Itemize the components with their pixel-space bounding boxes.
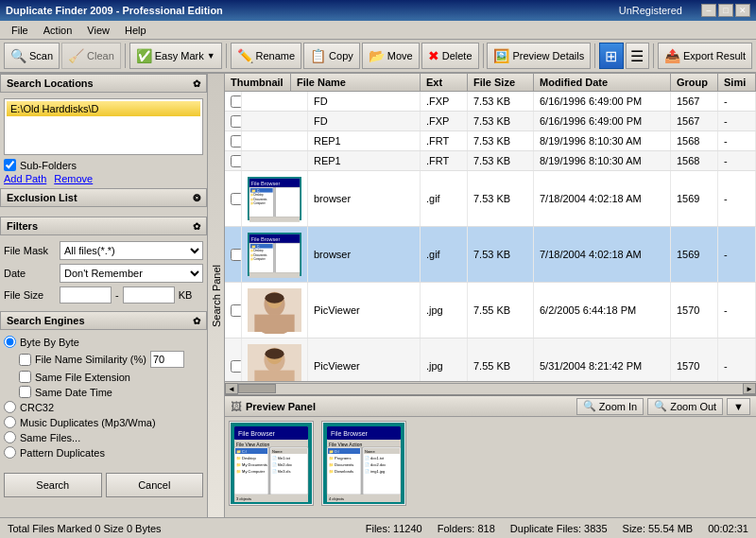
file-size-from[interactable] — [60, 286, 112, 304]
row-thumb-cell — [242, 92, 308, 111]
app-title: Duplicate Finder 2009 - Professional Edi… — [6, 5, 223, 16]
same-files-radio[interactable] — [4, 431, 16, 443]
table-row[interactable]: REP1 .FRT 7.53 KB 8/19/1996 8:10:30 AM 1… — [225, 131, 756, 151]
th-filename[interactable]: File Name — [291, 74, 421, 91]
row-size-cell: 7.53 KB — [468, 131, 534, 150]
scan-button[interactable]: 🔍 Scan — [4, 43, 60, 69]
menu-action[interactable]: Action — [36, 23, 80, 38]
pattern-duplicates-radio[interactable] — [4, 446, 16, 459]
preview-controls: 🔍 Zoom In 🔍 Zoom Out ▼ — [576, 398, 750, 415]
row-checkbox[interactable] — [231, 115, 242, 128]
byte-by-byte-row: Byte By Byte — [4, 336, 203, 348]
add-path-link[interactable]: Add Path — [4, 173, 46, 184]
move-button[interactable]: 📂 Move — [362, 43, 420, 69]
minimize-button[interactable]: – — [701, 4, 716, 17]
svg-text:4 objects: 4 objects — [329, 496, 344, 501]
table-row[interactable]: File Browser 📁 C: 📁 Desktop 📁 Documents … — [225, 227, 756, 283]
row-checkbox[interactable] — [231, 360, 242, 373]
export-result-button[interactable]: 📤 Export Result — [658, 43, 752, 69]
row-checkbox[interactable] — [231, 95, 242, 108]
row-date-cell: 6/2/2005 6:44:18 PM — [534, 283, 671, 338]
delete-button[interactable]: ✖ Delete — [421, 43, 479, 69]
zoom-in-button[interactable]: 🔍 Zoom In — [576, 398, 644, 415]
menu-help[interactable]: Help — [117, 23, 154, 38]
remove-link[interactable]: Remove — [54, 173, 93, 184]
table-row[interactable]: REP1 .FRT 7.53 KB 8/19/1996 8:10:30 AM 1… — [225, 151, 756, 171]
clean-button[interactable]: 🧹 Clean — [61, 43, 121, 69]
scroll-thumb[interactable] — [238, 384, 276, 393]
filters-header[interactable]: Filters ✿ — [0, 217, 207, 235]
maximize-button[interactable]: □ — [718, 4, 733, 17]
view-mode-button-1[interactable]: ⊞ — [599, 43, 623, 69]
file-size-to[interactable] — [123, 286, 175, 304]
row-checkbox-cell — [225, 92, 242, 111]
cancel-button[interactable]: Cancel — [106, 473, 204, 497]
table-row[interactable]: File Browser 📁 C: 📁 Desktop 📁 Documents … — [225, 171, 756, 227]
horizontal-scrollbar[interactable]: ◄ ► — [225, 381, 756, 394]
search-engines-header[interactable]: Search Engines ✿ — [0, 311, 207, 330]
row-checkbox[interactable] — [231, 249, 242, 261]
status-left: Total Files Marked 0 Size 0 Bytes — [8, 523, 162, 534]
kb-label: KB — [179, 289, 193, 301]
row-group-cell: 1568 — [671, 151, 718, 170]
scroll-left-btn[interactable]: ◄ — [225, 383, 238, 394]
row-thumb-cell — [242, 112, 308, 130]
row-group-cell: 1568 — [671, 131, 718, 150]
same-file-extension-checkbox[interactable] — [19, 371, 31, 383]
table-row[interactable]: FD .FXP 7.53 KB 6/16/1996 6:49:00 PM 156… — [225, 92, 756, 112]
scroll-right-btn[interactable]: ► — [743, 383, 756, 394]
music-duplicates-radio[interactable] — [4, 416, 16, 428]
row-simi-cell: - — [718, 131, 756, 150]
pattern-duplicates-label: Pattern Duplicates — [20, 447, 105, 459]
row-checkbox[interactable] — [231, 155, 242, 167]
same-files-row: Same Files... — [4, 431, 203, 443]
rename-icon: ✏️ — [237, 48, 253, 63]
preview-header: 🖼 Preview Panel 🔍 Zoom In 🔍 Zoom Out ▼ — [225, 396, 756, 417]
sub-folders-checkbox[interactable] — [4, 159, 16, 171]
row-checkbox-cell — [225, 131, 242, 150]
filters-content: File Mask All files(*.*) Date Don't Reme… — [0, 237, 207, 311]
th-simi[interactable]: Simi — [718, 74, 756, 91]
search-button[interactable]: Search — [4, 473, 102, 497]
file-name-similarity-checkbox[interactable] — [19, 354, 31, 366]
byte-by-byte-radio[interactable] — [4, 336, 16, 348]
th-group[interactable]: Group — [671, 74, 718, 91]
file-mask-select[interactable]: All files(*.*) — [60, 241, 203, 260]
row-checkbox[interactable] — [231, 304, 242, 317]
preview-details-button[interactable]: 🖼️ Preview Details — [487, 43, 591, 69]
menu-view[interactable]: View — [79, 23, 117, 38]
date-select[interactable]: Don't Remember — [60, 264, 203, 283]
svg-text:📁 Downloads: 📁 Downloads — [329, 469, 353, 474]
same-date-time-checkbox[interactable] — [19, 386, 31, 398]
table-row[interactable]: PicViewer .jpg 7.55 KB 6/2/2005 6:44:18 … — [225, 283, 756, 338]
th-date[interactable]: Modified Date — [534, 74, 671, 91]
th-thumbnail[interactable]: Thumbnail — [225, 74, 291, 91]
easy-mark-button[interactable]: ✅ Easy Mark ▼ — [129, 43, 222, 69]
menu-file[interactable]: File — [4, 23, 36, 38]
preview-svg-1: File Browser File View Action 📁 C:\ 📁 De… — [231, 423, 312, 504]
svg-rect-17 — [275, 243, 300, 272]
th-size[interactable]: File Size — [468, 74, 534, 91]
rename-button[interactable]: ✏️ Rename — [231, 43, 302, 69]
copy-button[interactable]: 📋 Copy — [303, 43, 360, 69]
zoom-out-button[interactable]: 🔍 Zoom Out — [647, 398, 723, 415]
th-ext[interactable]: Ext — [421, 74, 468, 91]
table-row[interactable]: PicViewer .jpg 7.55 KB 5/31/2004 8:21:42… — [225, 338, 756, 381]
row-checkbox[interactable] — [231, 135, 242, 148]
preview-expand-button[interactable]: ▼ — [727, 398, 750, 415]
path-list: E:\Old Harddisks\D — [4, 98, 203, 155]
search-locations-header[interactable]: Search Locations ✿ — [0, 74, 207, 93]
row-checkbox[interactable] — [231, 193, 242, 205]
crc32-radio[interactable] — [4, 401, 16, 413]
view-mode-button-2[interactable]: ☰ — [626, 43, 649, 69]
row-size-cell: 7.53 KB — [468, 92, 534, 111]
search-panel-tab[interactable]: Search Panel — [208, 74, 225, 517]
similarity-spinner[interactable] — [150, 351, 184, 368]
exclusion-list-header[interactable]: Exclusion List ❂ — [0, 188, 207, 207]
filters-title: Filters — [7, 220, 38, 232]
path-item[interactable]: E:\Old Harddisks\D — [7, 101, 200, 116]
exclusion-list-title: Exclusion List — [7, 192, 77, 203]
scan-icon: 🔍 — [10, 48, 26, 63]
close-button[interactable]: ✕ — [735, 4, 750, 17]
table-row[interactable]: FD .FXP 7.53 KB 6/16/1996 6:49:00 PM 156… — [225, 112, 756, 131]
